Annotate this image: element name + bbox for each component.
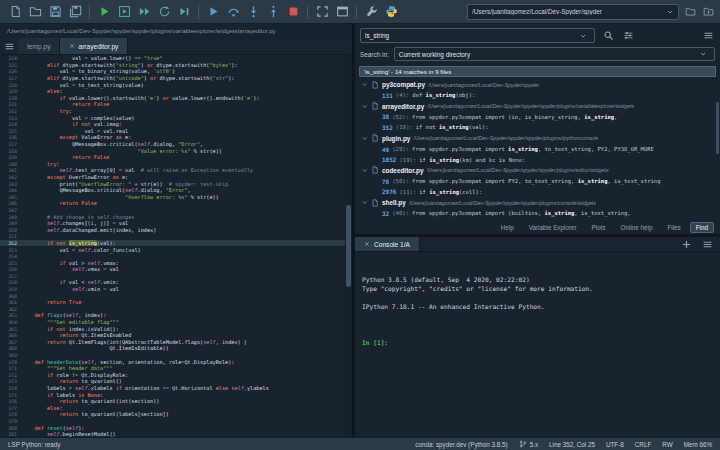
code-line[interactable]: 348 # Add change to self.changes xyxy=(0,213,352,220)
editor-scrollbar[interactable] xyxy=(345,55,352,437)
stop-debug-icon[interactable] xyxy=(285,4,301,20)
search-input[interactable]: is_string xyxy=(360,28,595,43)
code-line[interactable]: 366 return Qt.ItemIsEnabled xyxy=(0,332,352,339)
code-line[interactable]: 370 def headerData(self, section, orient… xyxy=(0,358,352,365)
code-line[interactable]: 360 xyxy=(0,292,352,299)
code-line[interactable]: 325 elif dtype.startswith("string") or d… xyxy=(0,62,352,69)
search-button-icon[interactable] xyxy=(601,29,615,43)
search-location-select[interactable]: Current working directory xyxy=(394,47,715,61)
code-line[interactable]: 359 self.vmin = val xyxy=(0,286,352,293)
parent-directory-icon[interactable] xyxy=(701,5,715,19)
maximize-pane-icon[interactable] xyxy=(314,4,330,20)
find-match-row[interactable]: 2976(11):if is_string(cell): xyxy=(355,187,720,198)
code-line[interactable]: 352 if not is_string(val): xyxy=(0,240,352,247)
code-line[interactable]: 353 val = self.color_func(val) xyxy=(0,246,352,253)
console-tab[interactable]: Console 1/A xyxy=(355,237,420,251)
code-line[interactable]: 329 else: xyxy=(0,88,352,95)
find-file-row[interactable]: plugin.py/Users/juanitagomez/Local/Dev-S… xyxy=(355,133,720,144)
code-line[interactable]: 338 "Value error: %s" % str(e)) xyxy=(0,147,352,154)
code-line[interactable]: 334 if not val.imag: xyxy=(0,121,352,128)
save-file-icon[interactable] xyxy=(47,4,63,20)
code-line[interactable]: 372 if role != Qt.DisplayRole: xyxy=(0,372,352,379)
pane-tab-online-help[interactable]: Online help xyxy=(615,222,659,233)
code-line[interactable]: 340 try: xyxy=(0,161,352,168)
code-line[interactable]: 327 elif dtype.startswith("unicode") or … xyxy=(0,75,352,82)
code-line[interactable]: 336 except ValueError as e: xyxy=(0,134,352,141)
find-match-row[interactable]: 1052(19):if is_string(km) and kc is None… xyxy=(355,154,720,165)
editor-scrollbar-thumb[interactable] xyxy=(346,205,351,287)
workdir-caret-icon[interactable] xyxy=(666,8,674,16)
find-match-row[interactable]: 352(19):if not is_string(val): xyxy=(355,122,720,133)
code-line[interactable]: 377 else: xyxy=(0,404,352,411)
run-file-icon[interactable] xyxy=(96,4,112,20)
pane-tab-find[interactable]: Find xyxy=(690,222,714,233)
open-file-icon[interactable] xyxy=(27,4,43,20)
run-cell-icon[interactable] xyxy=(116,4,132,20)
code-line[interactable]: 341 self.test_array[0] = val # will rais… xyxy=(0,167,352,174)
find-file-row[interactable]: arrayeditor.py/Users/juanitagomez/Local/… xyxy=(355,101,720,112)
code-line[interactable]: 344 QMessageBox.critical(self.dialog, "E… xyxy=(0,187,352,194)
code-line[interactable]: 350 self.dataChanged.emit(index, index) xyxy=(0,226,352,233)
code-line[interactable]: 367 return Qt.ItemFlags(int(QAbstractTab… xyxy=(0,339,352,346)
code-line[interactable]: 373 return to_qvariant() xyxy=(0,378,352,385)
code-line[interactable]: 378 return to_qvariant(labels[section]) xyxy=(0,411,352,418)
debug-file-icon[interactable] xyxy=(205,4,221,20)
code-line[interactable]: 337 QMessageBox.critical(self.dialog, "E… xyxy=(0,141,352,148)
step-into-icon[interactable] xyxy=(245,4,261,20)
code-line[interactable]: 369 xyxy=(0,352,352,359)
search-history-caret-icon[interactable] xyxy=(576,29,590,43)
find-match-row[interactable]: 78(50):from spyder.py3compat import PY2,… xyxy=(355,176,720,187)
code-line[interactable]: 335 val = val.real xyxy=(0,128,352,135)
code-line[interactable]: 358 if val < self.vmin: xyxy=(0,279,352,286)
run-cell-advance-icon[interactable] xyxy=(136,4,152,20)
code-line[interactable]: 343 print("OverflowError: " + str(e)) # … xyxy=(0,180,352,187)
console-menu-icon[interactable] xyxy=(700,237,714,251)
code-line[interactable]: 326 val = to_binary_string(value, 'utf8'… xyxy=(0,68,352,75)
close-console-icon[interactable] xyxy=(364,241,370,247)
code-line[interactable]: 354 xyxy=(0,253,352,260)
run-selection-icon[interactable] xyxy=(176,4,192,20)
code-line[interactable]: 351 xyxy=(0,233,352,240)
code-line[interactable]: 328 val = to_text_string(value) xyxy=(0,81,352,88)
code-line[interactable]: 346 return False xyxy=(0,200,352,207)
code-line[interactable]: 371 """Set header data""" xyxy=(0,365,352,372)
browse-tabs-icon[interactable] xyxy=(0,39,18,53)
code-line[interactable]: 375 if labels is None: xyxy=(0,391,352,398)
code-line[interactable]: 356 self.vmax = val xyxy=(0,266,352,273)
code-line[interactable]: 357 xyxy=(0,273,352,280)
pane-tab-help[interactable]: Help xyxy=(495,222,520,233)
new-console-icon[interactable] xyxy=(679,237,693,251)
code-line[interactable]: 363 def flags(self, index): xyxy=(0,312,352,319)
editor-tab-arrayeditor[interactable]: arrayeditor.py xyxy=(60,38,128,54)
step-over-icon[interactable] xyxy=(225,4,241,20)
code-line[interactable]: 364 """Set editable flag""" xyxy=(0,319,352,326)
find-match-row[interactable]: 38(52):from spyder.py3compat import (io,… xyxy=(355,112,720,123)
find-match-row[interactable]: 131(4):def is_string(obj): xyxy=(355,90,720,101)
rerun-cell-icon[interactable] xyxy=(156,4,172,20)
find-menu-icon[interactable] xyxy=(701,29,715,43)
python-env-icon[interactable] xyxy=(383,4,399,20)
pane-tab-files[interactable]: Files xyxy=(661,222,686,233)
preferences-icon[interactable] xyxy=(363,4,379,20)
console-prompt-line[interactable]: In [1]: xyxy=(362,338,713,347)
pane-tab-variable-explorer[interactable]: Variable Explorer xyxy=(523,222,583,233)
close-tab-icon[interactable] xyxy=(69,43,75,49)
find-file-row[interactable]: codeeditor.py/Users/juanitagomez/Local/D… xyxy=(355,165,720,176)
code-line[interactable]: 345 "Overflow error: %s" % str(e)) xyxy=(0,193,352,200)
code-line[interactable]: 331 return False xyxy=(0,101,352,108)
code-line[interactable]: 342 except OverflowError as e: xyxy=(0,174,352,181)
pane-tab-plots[interactable]: Plots xyxy=(586,222,612,233)
save-all-icon[interactable] xyxy=(67,4,83,20)
code-line[interactable]: 365 if not index.isValid(): xyxy=(0,325,352,332)
code-line[interactable]: 379 xyxy=(0,418,352,425)
working-directory-select[interactable]: /Users/juanitagomez/Local/Dev-Spyder/spy… xyxy=(467,4,679,20)
browse-directory-icon[interactable] xyxy=(683,5,697,19)
find-match-row[interactable]: 32(40):from spyder.py3compat import (bui… xyxy=(355,208,720,219)
code-line[interactable]: 361 return True xyxy=(0,299,352,306)
code-line[interactable]: 339 return False xyxy=(0,154,352,161)
code-line[interactable]: 333 val = complex(value) xyxy=(0,114,352,121)
results-scrollbar[interactable] xyxy=(716,102,719,154)
code-line[interactable]: 376 return to_qvariant(int(section)) xyxy=(0,398,352,405)
find-file-row[interactable]: shell.py/Users/juanitagomez/Local/Dev-Sp… xyxy=(355,197,720,208)
find-match-row[interactable]: 49(29):from spyder.py3compat import is_s… xyxy=(355,144,720,155)
